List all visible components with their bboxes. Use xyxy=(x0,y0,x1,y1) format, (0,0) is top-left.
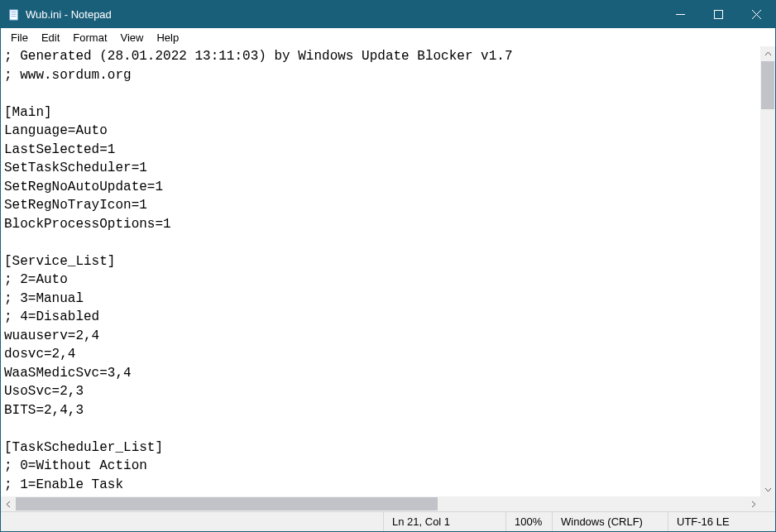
menu-format[interactable]: Format xyxy=(66,30,113,46)
status-zoom: 100% xyxy=(505,512,552,531)
horizontal-scrollbar[interactable] xyxy=(1,496,775,511)
titlebar[interactable]: Wub.ini - Notepad xyxy=(1,1,775,28)
vscroll-track[interactable] xyxy=(760,61,775,482)
scroll-right-icon[interactable] xyxy=(745,496,760,511)
notepad-window: Wub.ini - Notepad File Edit Format View … xyxy=(0,0,776,532)
vertical-scrollbar[interactable] xyxy=(760,46,775,496)
status-line-ending: Windows (CRLF) xyxy=(552,512,668,531)
scroll-down-icon[interactable] xyxy=(760,482,775,496)
svg-rect-0 xyxy=(10,9,18,19)
close-button[interactable] xyxy=(737,1,775,28)
scroll-left-icon[interactable] xyxy=(1,496,16,511)
status-cursor-position: Ln 21, Col 1 xyxy=(383,512,505,531)
menu-file[interactable]: File xyxy=(4,30,35,46)
scroll-up-icon[interactable] xyxy=(760,46,775,61)
hscroll-track[interactable] xyxy=(16,496,745,511)
window-title: Wub.ini - Notepad xyxy=(26,8,661,21)
menu-view[interactable]: View xyxy=(114,30,151,46)
scroll-corner xyxy=(760,496,775,511)
statusbar: Ln 21, Col 1 100% Windows (CRLF) UTF-16 … xyxy=(1,511,775,531)
status-encoding: UTF-16 LE xyxy=(668,512,775,531)
status-spacer xyxy=(1,512,383,531)
menubar: File Edit Format View Help xyxy=(1,28,775,46)
vscroll-thumb[interactable] xyxy=(761,61,774,109)
text-editor[interactable]: ; Generated (28.01.2022 13:11:03) by Win… xyxy=(1,46,760,496)
minimize-button[interactable] xyxy=(661,1,699,28)
svg-rect-5 xyxy=(714,11,722,19)
menu-help[interactable]: Help xyxy=(150,30,185,46)
maximize-button[interactable] xyxy=(699,1,737,28)
menu-edit[interactable]: Edit xyxy=(35,30,66,46)
hscroll-thumb[interactable] xyxy=(16,497,438,510)
app-icon xyxy=(7,8,21,22)
window-controls xyxy=(661,1,775,28)
editor-area: ; Generated (28.01.2022 13:11:03) by Win… xyxy=(1,46,775,496)
